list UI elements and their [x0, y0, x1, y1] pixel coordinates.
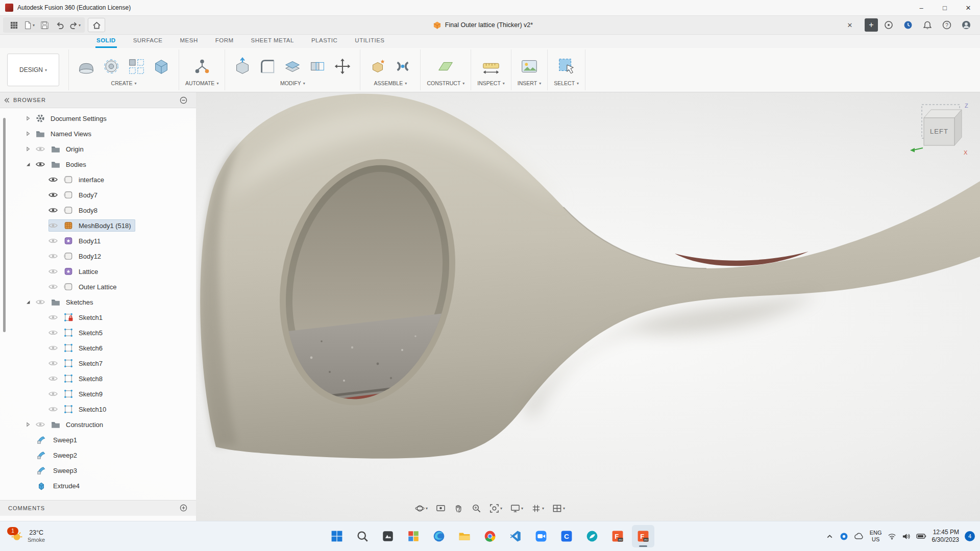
browser-item-sketch8[interactable]: Sketch8 — [0, 371, 196, 386]
visibility-eye-icon[interactable] — [48, 192, 58, 198]
profile-avatar[interactable] — [960, 18, 973, 32]
browser-item-sketch1[interactable]: Sketch1 — [0, 310, 196, 325]
wifi-icon[interactable] — [888, 532, 896, 541]
browser-item-sweep2[interactable]: Sweep2 — [0, 447, 196, 463]
save-button[interactable] — [38, 18, 51, 32]
assemble-menu[interactable]: ASSEMBLE — [374, 80, 407, 86]
create-pattern-icon[interactable] — [125, 55, 148, 78]
close-document-button[interactable]: ✕ — [844, 16, 855, 34]
home-view-button[interactable] — [88, 18, 105, 32]
caret-right-icon[interactable] — [26, 116, 36, 121]
status-dot-icon[interactable] — [840, 532, 848, 541]
ribbon-tab-plastic[interactable]: PLASTIC — [310, 34, 338, 48]
create-revolve-icon[interactable] — [100, 55, 122, 78]
measure-icon[interactable] — [480, 55, 502, 78]
insert-image-icon[interactable] — [518, 55, 541, 78]
browser-item-construction[interactable]: Construction — [0, 417, 196, 432]
add-comment-icon[interactable] — [180, 504, 188, 512]
visibility-eye-off-icon[interactable] — [48, 406, 58, 412]
caret-down-icon[interactable] — [26, 299, 36, 305]
comments-bar[interactable]: COMMENTS — [0, 500, 196, 516]
select-tool-icon[interactable] — [555, 55, 578, 78]
fit-button[interactable] — [487, 502, 504, 515]
visibility-eye-off-icon[interactable] — [48, 375, 58, 382]
pan-button[interactable] — [452, 502, 465, 515]
browser-item-body7[interactable]: Body7 — [0, 187, 196, 203]
automate-menu[interactable]: AUTOMATE — [185, 80, 218, 86]
viewports-button[interactable] — [550, 502, 567, 515]
zoom-button[interactable] — [470, 502, 483, 515]
ribbon-tab-solid[interactable]: SOLID — [95, 34, 117, 48]
design-workspace-menu[interactable]: DESIGN — [7, 54, 59, 86]
create-box-icon[interactable] — [150, 55, 173, 78]
browser-minimize-icon[interactable] — [180, 96, 188, 104]
move-copy-icon[interactable] — [331, 55, 354, 78]
taskbar-edge[interactable] — [428, 525, 450, 547]
modify-menu[interactable]: MODIFY — [280, 80, 305, 86]
redo-button[interactable] — [68, 18, 82, 32]
visibility-eye-off-icon[interactable] — [48, 314, 58, 320]
visibility-eye-off-icon[interactable] — [48, 345, 58, 351]
hidden-icons-chevron[interactable] — [825, 532, 834, 541]
browser-item-extrude4[interactable]: Extrude4 — [0, 478, 196, 493]
browser-item-sketch5[interactable]: Sketch5 — [0, 325, 196, 340]
browser-item-interface[interactable]: interface — [0, 172, 196, 187]
visibility-eye-off-icon[interactable] — [48, 284, 58, 290]
document-tab[interactable]: Final Outer lattice (Thicker) v2* — [433, 21, 533, 30]
insert-menu[interactable]: INSERT — [518, 80, 541, 86]
browser-item-sketches[interactable]: Sketches — [0, 294, 196, 310]
visibility-eye-icon[interactable] — [36, 161, 45, 167]
create-menu[interactable]: CREATE — [111, 80, 137, 86]
browser-item-sketch9[interactable]: Sketch9 — [0, 386, 196, 402]
new-document-tab-button[interactable]: + — [865, 18, 878, 32]
browser-scrollbar[interactable] — [3, 118, 6, 332]
browser-item-origin[interactable]: Origin — [0, 141, 196, 157]
look-at-button[interactable] — [434, 502, 448, 515]
taskbar-zoom[interactable] — [530, 525, 552, 547]
taskbar-store[interactable] — [402, 525, 425, 547]
notifications-bell-icon[interactable] — [921, 18, 934, 32]
create-form-icon[interactable] — [75, 55, 97, 78]
browser-item-sketch7[interactable]: Sketch7 — [0, 356, 196, 371]
close-button[interactable]: ✕ — [957, 0, 980, 15]
caret-right-icon[interactable] — [26, 131, 36, 136]
taskbar-fusion-360-active[interactable] — [632, 525, 654, 547]
grid-settings-button[interactable] — [529, 502, 546, 515]
visibility-eye-off-icon[interactable] — [36, 421, 45, 428]
browser-item-body8[interactable]: Body8 — [0, 203, 196, 218]
browser-item-bodies[interactable]: Bodies — [0, 157, 196, 172]
ribbon-tab-sheet-metal[interactable]: SHEET METAL — [250, 34, 295, 48]
onedrive-cloud-icon[interactable] — [854, 533, 864, 540]
browser-item-sweep1[interactable]: Sweep1 — [0, 432, 196, 447]
orbit-button[interactable] — [413, 502, 430, 515]
browser-item-lattice[interactable]: Lattice — [0, 264, 196, 279]
ribbon-tab-mesh[interactable]: MESH — [179, 34, 199, 48]
battery-icon[interactable] — [916, 533, 926, 540]
browser-item-outer-lattice[interactable]: Outer Lattice — [0, 279, 196, 294]
taskbar-file-explorer[interactable] — [453, 525, 476, 547]
visibility-eye-off-icon[interactable] — [48, 268, 58, 274]
visibility-eye-off-icon[interactable] — [48, 391, 58, 397]
volume-icon[interactable] — [902, 532, 911, 541]
browser-item-body11[interactable]: Body11 — [0, 233, 196, 248]
taskbar-search[interactable] — [351, 525, 374, 547]
shell-icon[interactable] — [281, 55, 304, 78]
taskbar-teal-app[interactable] — [581, 525, 603, 547]
maximize-button[interactable]: □ — [933, 0, 957, 15]
browser-item-sketch10[interactable]: Sketch10 — [0, 402, 196, 417]
taskbar-capture-app[interactable] — [555, 525, 578, 547]
help-icon[interactable] — [940, 18, 953, 32]
automate-icon[interactable] — [191, 55, 213, 78]
visibility-eye-off-icon[interactable] — [48, 330, 58, 336]
job-status-icon[interactable] — [882, 18, 895, 32]
ribbon-tab-form[interactable]: FORM — [214, 34, 235, 48]
clock-icon[interactable] — [901, 18, 915, 32]
ribbon-tab-surface[interactable]: SURFACE — [132, 34, 164, 48]
construct-menu[interactable]: CONSTRUCT — [427, 80, 464, 86]
select-menu[interactable]: SELECT — [554, 80, 579, 86]
browser-item-document-settings[interactable]: Document Settings — [0, 111, 196, 126]
file-menu-button[interactable] — [22, 18, 36, 32]
inspect-menu[interactable]: INSPECT — [477, 80, 505, 86]
taskbar-chrome[interactable] — [479, 525, 501, 547]
caret-right-icon[interactable] — [26, 146, 36, 152]
